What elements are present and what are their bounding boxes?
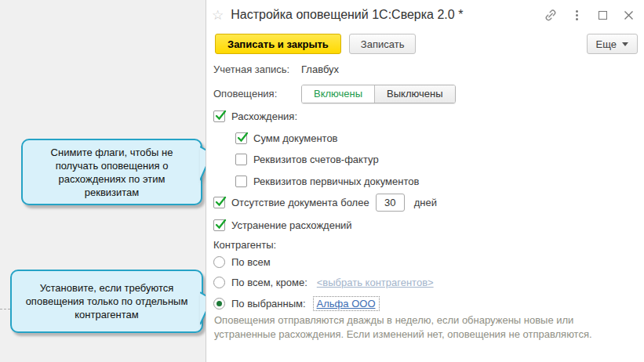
callout-text: Снимите флаги, чтобы не получать оповеще… — [31, 146, 193, 199]
counterparties-header: Контрагенты: — [213, 237, 276, 252]
invoice-details-label: Реквизитов счетов-фактур — [253, 154, 379, 165]
close-icon[interactable] — [622, 9, 635, 21]
radio-all-label: По всем — [231, 256, 271, 268]
discrepancies-row[interactable]: Расхождения: — [213, 109, 297, 123]
invoice-details-row[interactable]: Реквизитов счетов-фактур — [235, 152, 379, 166]
check-icon — [214, 195, 227, 208]
doc-absence-checkbox[interactable] — [213, 197, 225, 208]
copy-link-icon[interactable] — [544, 9, 557, 21]
radio-selected[interactable] — [213, 298, 225, 310]
discrepancies-label: Расхождения: — [231, 110, 297, 122]
resolution-row[interactable]: Устранение расхождений — [213, 218, 352, 232]
titlebar: ☆ Настройка оповещений 1С:Сверка 2.0 * — [206, 0, 644, 30]
resolution-checkbox[interactable] — [213, 219, 225, 231]
check-icon — [236, 131, 249, 144]
primary-doc-details-label: Реквизитов первичных документов — [253, 176, 419, 187]
doc-sums-checkbox[interactable] — [235, 132, 247, 144]
radio-all-except[interactable] — [213, 277, 225, 288]
radio-all[interactable] — [213, 256, 225, 268]
resolution-label: Устранение расхождений — [231, 219, 352, 231]
account-label: Учетная запись: — [213, 63, 295, 75]
save-and-close-button[interactable]: Записать и закрыть — [215, 34, 341, 54]
select-counterparties-link[interactable]: <выбрать контрагентов> — [317, 277, 434, 288]
footer-note-line2: устраненные расхождения. Если изменений … — [214, 328, 592, 342]
window-controls — [544, 9, 635, 21]
invoice-details-checkbox[interactable] — [235, 154, 247, 165]
maximize-icon[interactable] — [596, 9, 609, 21]
radio-selected-label: По выбранным: — [231, 298, 306, 310]
toggle-enabled-button[interactable]: Включены — [302, 85, 375, 103]
page-edge-mark — [0, 309, 10, 310]
check-icon — [214, 218, 227, 231]
settings-panel: ☆ Настройка оповещений 1С:Сверка 2.0 * З… — [206, 0, 644, 362]
primary-doc-details-row[interactable]: Реквизитов первичных документов — [235, 174, 419, 188]
more-button-label: Еще — [596, 38, 617, 50]
kebab-menu-icon[interactable] — [570, 9, 583, 21]
days-input[interactable] — [376, 194, 405, 212]
callout-selected-counterparties: Установите, если требуются оповещения то… — [10, 270, 203, 333]
radio-all-row[interactable]: По всем — [213, 255, 271, 269]
discrepancies-checkbox[interactable] — [213, 110, 225, 122]
radio-selected-row[interactable]: По выбранным: Альфа ООО — [213, 296, 380, 310]
counterparties-label: Контрагенты: — [213, 239, 276, 251]
footer-note: Оповещения отправляются дважды в неделю,… — [214, 313, 592, 342]
notifications-toggle: Включены Выключены — [301, 85, 456, 103]
check-icon — [214, 109, 227, 122]
screen: Снимите флаги, чтобы не получать оповеще… — [0, 0, 644, 362]
footer-note-line1: Оповещения отправляются дважды в неделю,… — [214, 313, 592, 328]
account-row: Учетная запись: Главбух — [213, 62, 339, 76]
toggle-disabled-button[interactable]: Выключены — [375, 85, 454, 103]
more-button[interactable]: Еще — [587, 34, 638, 54]
callout-discrepancy-flags: Снимите флаги, чтобы не получать оповеще… — [21, 139, 202, 205]
favorite-star-icon[interactable]: ☆ — [212, 9, 224, 22]
account-value: Главбух — [301, 63, 339, 75]
primary-doc-details-checkbox[interactable] — [235, 176, 247, 187]
radio-all-except-row[interactable]: По всем, кроме: <выбрать контрагентов> — [213, 275, 434, 289]
doc-absence-label: Отсутствие документа более — [231, 197, 369, 208]
chevron-down-icon — [622, 42, 628, 46]
doc-sums-label: Сумм документов — [253, 132, 338, 144]
doc-sums-row[interactable]: Сумм документов — [235, 131, 338, 145]
window-title: Настройка оповещений 1С:Сверка 2.0 * — [231, 8, 463, 22]
selected-counterparty-link[interactable]: Альфа ООО — [313, 296, 380, 311]
toolbar: Записать и закрыть Записать Еще — [206, 33, 644, 55]
notifications-label: Оповещения: — [213, 88, 295, 100]
days-suffix-label: дней — [414, 197, 437, 208]
callout-text: Установите, если требуются оповещения то… — [20, 281, 194, 321]
notifications-row: Оповещения: Включены Выключены — [213, 84, 456, 103]
radio-all-except-label: По всем, кроме: — [231, 277, 307, 288]
doc-absence-row: Отсутствие документа более дней — [213, 193, 437, 212]
save-button[interactable]: Записать — [349, 34, 417, 54]
